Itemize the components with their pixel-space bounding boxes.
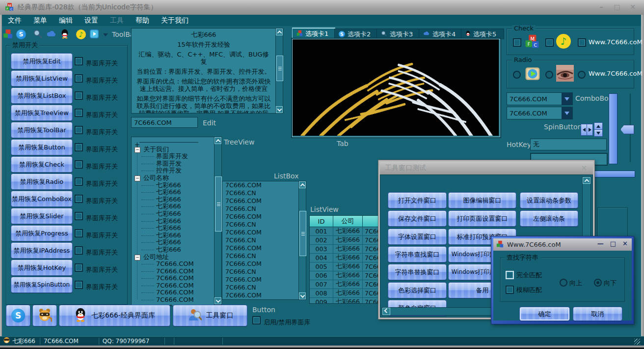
ui-switch-checkbox[interactable]: 界面库开关 (75, 91, 118, 102)
tree-item[interactable]: 七彩666 (132, 246, 215, 254)
tool-window-close-icon[interactable]: ✕ (581, 164, 587, 173)
check-music-checkbox[interactable] (545, 38, 554, 47)
listbox-scrollbar[interactable] (298, 181, 306, 300)
tab-2[interactable]: S 选项卡2 (334, 29, 377, 39)
toolbar-dropdown-icon[interactable] (103, 31, 108, 38)
disable-listview-button[interactable]: 禁用恢复ListView (11, 70, 73, 87)
disable-check-button[interactable]: 禁用恢复Check (11, 156, 73, 173)
disable-progress-button[interactable]: 禁用恢复Progress (11, 225, 73, 241)
check-link-checkbox[interactable] (578, 38, 586, 47)
ui-switch-checkbox[interactable]: 界面库开关 (75, 281, 118, 291)
listbox-item[interactable]: 7C666.CN (222, 221, 299, 229)
main-library-button[interactable]: 七彩666-经典界面库 (59, 305, 170, 326)
listbox-item[interactable]: 7C666.COM (222, 291, 299, 299)
listview[interactable]: ID 公司 001七彩6667C666.COM 002七彩6667C666.CO… (309, 215, 389, 304)
ui-switch-checkbox[interactable]: 界面库开关 (75, 212, 118, 223)
listbox-item[interactable]: 7C666.COM (222, 260, 299, 268)
tab-5[interactable]: 选项卡5 (461, 29, 504, 39)
spin-right-button[interactable] (587, 124, 593, 136)
open-file-window-button[interactable]: 打开文件窗口 (388, 192, 447, 208)
tab-4[interactable]: 选项卡4 (419, 29, 462, 39)
listbox-item[interactable]: 7C666.COM (222, 229, 299, 236)
qq-icon[interactable] (60, 29, 69, 40)
listbox-item[interactable]: 7C666.CN (222, 205, 299, 213)
tree-item[interactable]: 七彩666 (132, 196, 215, 204)
menu-tools[interactable]: 工具 (104, 15, 130, 26)
tree-item[interactable]: 七彩666 (132, 210, 215, 218)
hotkey-field[interactable]: 无 (530, 139, 607, 150)
tree-item[interactable]: 七彩666 (132, 189, 215, 196)
disable-ipaddress-button[interactable]: 禁用恢复IPAddress (11, 242, 73, 259)
menu-about[interactable]: 关于我们 (155, 15, 194, 26)
tree-item[interactable]: 七彩666 (132, 218, 215, 225)
tree-item[interactable]: 7C666.COM (132, 261, 215, 268)
cloud-icon[interactable] (46, 29, 57, 40)
find-dialog-titlebar[interactable]: Www.7C666.coM — □ ✕ (493, 238, 632, 251)
table-row[interactable]: 005七彩6667C666.COM (310, 262, 388, 271)
listbox-item[interactable]: 7C666.CN (222, 252, 299, 260)
tree-item[interactable]: 界面开发 (132, 160, 215, 168)
exact-match-checkbox[interactable] (506, 271, 514, 279)
ui-switch-checkbox[interactable]: 界面库开关 (75, 57, 118, 68)
table-row[interactable]: 003七彩6667C666.COM (310, 245, 388, 254)
disable-listbox-button[interactable]: 禁用恢复ListBox (11, 87, 73, 104)
listbox-item[interactable]: 7C666.CN (222, 284, 299, 291)
replace-string-window-button[interactable]: 字符串替换窗口 (388, 264, 447, 280)
listbox-item[interactable]: 7C666.CN (222, 299, 299, 300)
menu-file[interactable]: 文件 (2, 15, 27, 26)
tree-item[interactable]: −公司地址 (132, 254, 215, 261)
tree-item[interactable]: 7C666.COM (132, 268, 215, 275)
disable-radio-button[interactable]: 禁用恢复Radio (11, 174, 73, 190)
disable-hotkey-button[interactable]: 禁用恢复HotKey (11, 260, 73, 276)
listbox-item[interactable]: 7C666.COM (222, 213, 299, 221)
minimize-button[interactable]: — (597, 240, 604, 247)
listbox-item[interactable]: 7C666.CN (222, 268, 299, 276)
ui-switch-checkbox[interactable]: 界面库开关 (75, 126, 118, 137)
mfc-blocks-icon[interactable] (3, 29, 13, 40)
spin-up-button[interactable] (594, 122, 603, 130)
tab-3[interactable]: 选项卡3 (376, 29, 420, 39)
listbox-item[interactable]: 7C666.CN (222, 189, 299, 197)
menu-settings[interactable]: 设置 (79, 15, 104, 26)
save-file-window-button[interactable]: 保存文件窗口 (388, 210, 447, 227)
left-scrollbar-button[interactable]: 左侧滚动条 (520, 210, 578, 227)
close-button[interactable]: ✕ (622, 240, 628, 247)
qq-music-icon[interactable]: ♪ (76, 29, 86, 39)
radio-link-radio[interactable] (578, 71, 586, 79)
tree-item[interactable]: −关于我们 (132, 146, 215, 153)
disable-button-button[interactable]: 禁用恢复Button (11, 139, 73, 155)
vertical-slider-handle[interactable] (620, 125, 634, 134)
about-textbox[interactable]: 七彩666 15年软件开发经验 汇编、驱动、C、C++、MFC、调试、BUG修复… (131, 28, 276, 114)
combobox-dropdown-icon[interactable] (562, 107, 572, 119)
minimize-button[interactable]: – (597, 3, 606, 11)
tree-item[interactable]: 控件开发 (132, 167, 215, 174)
table-row[interactable]: 001七彩6667C666.COM (310, 227, 388, 236)
menu-help[interactable]: 帮助 (130, 15, 155, 26)
spin-down-button[interactable] (594, 129, 603, 137)
listview-header[interactable]: ID 公司 (310, 216, 388, 227)
tool-window-titlebar[interactable]: 工具窗口测试 ✕ (380, 162, 593, 174)
tab-1[interactable]: 选项卡1 (292, 28, 335, 40)
table-row[interactable]: 002七彩6667C666.COM (310, 236, 388, 245)
tree-item[interactable]: 界面库开发 (132, 153, 215, 160)
edit-field[interactable]: 7C666.COM (131, 117, 198, 128)
search-down-radio[interactable] (594, 279, 602, 287)
tree-item[interactable]: −公司名称 (132, 174, 215, 182)
ui-switch-checkbox[interactable]: 界面库开关 (75, 246, 118, 257)
tree-item[interactable]: 7C666.COM (132, 275, 215, 282)
ui-switch-checkbox[interactable]: 界面库开关 (75, 177, 118, 188)
ui-switch-checkbox[interactable]: 界面库开关 (75, 74, 118, 85)
search-up-radio[interactable] (560, 279, 567, 287)
maximize-button[interactable]: □ (613, 3, 621, 11)
disable-slider-button[interactable]: 禁用恢复Slider (11, 208, 73, 224)
listbox-item[interactable]: 7C666.CN (222, 236, 299, 244)
listbox-item[interactable]: 7C666.COM (222, 244, 299, 252)
ui-switch-checkbox[interactable]: 界面库开关 (75, 263, 118, 274)
tree-item[interactable]: 七彩666 (132, 203, 215, 210)
table-row[interactable]: 008七彩6667C666.COM (310, 289, 388, 298)
listbox-item[interactable]: 7C666.COM (222, 197, 299, 205)
search-icon[interactable] (33, 29, 43, 40)
radio-eye-radio[interactable] (545, 71, 553, 79)
table-row[interactable]: 007七彩6667C666.COM (310, 280, 388, 289)
listbox-item[interactable]: 7C666.COM (222, 181, 299, 189)
